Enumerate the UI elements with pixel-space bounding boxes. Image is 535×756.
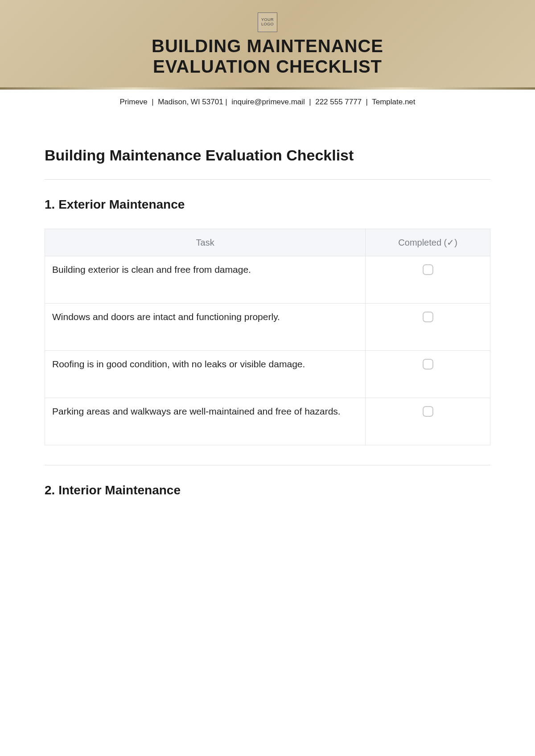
banner-title-line2: EVALUATION CHECKLIST: [153, 57, 382, 76]
section-heading-1: 1. Exterior Maintenance: [45, 197, 490, 212]
logo-placeholder: YOUR LOGO: [258, 12, 277, 32]
table-header-row: Task Completed (✓): [45, 229, 490, 256]
checkbox-icon[interactable]: [423, 359, 433, 370]
col-completed: Completed (✓): [366, 229, 490, 256]
table-row: Windows and doors are intact and functio…: [45, 304, 490, 351]
table-row: Roofing is in good condition, with no le…: [45, 351, 490, 398]
meta-address: Madison, WI 53701: [158, 98, 223, 106]
banner-title-line1: BUILDING MAINTENANCE: [152, 36, 383, 56]
completed-cell: [366, 304, 490, 351]
col-task: Task: [45, 229, 366, 256]
document-title: Building Maintenance Evaluation Checklis…: [45, 147, 490, 164]
logo-text: YOUR LOGO: [261, 18, 274, 27]
task-cell: Parking areas and walkways are well-main…: [45, 398, 366, 445]
divider: [45, 465, 490, 465]
table-row: Parking areas and walkways are well-main…: [45, 398, 490, 445]
completed-cell: [366, 256, 490, 304]
checkbox-icon[interactable]: [423, 406, 433, 417]
task-cell: Windows and doors are intact and functio…: [45, 304, 366, 351]
checklist-table-exterior: Task Completed (✓) Building exterior is …: [45, 229, 490, 445]
divider: [45, 179, 490, 180]
header-banner: YOUR LOGO BUILDING MAINTENANCE EVALUATIO…: [0, 0, 535, 87]
completed-cell: [366, 398, 490, 445]
meta-email: inquire@primeve.mail: [231, 98, 305, 106]
document-body: Building Maintenance Evaluation Checklis…: [0, 107, 535, 497]
meta-info-line: Primeve | Madison, WI 53701 | inquire@pr…: [0, 90, 535, 107]
completed-cell: [366, 351, 490, 398]
section-heading-2: 2. Interior Maintenance: [45, 483, 490, 497]
checkbox-icon[interactable]: [423, 312, 433, 322]
task-cell: Building exterior is clean and free from…: [45, 256, 366, 304]
banner-title: BUILDING MAINTENANCE EVALUATION CHECKLIS…: [0, 36, 535, 77]
checkbox-icon[interactable]: [423, 264, 433, 275]
meta-source: Template.net: [372, 98, 415, 106]
task-cell: Roofing is in good condition, with no le…: [45, 351, 366, 398]
meta-company: Primeve: [119, 98, 147, 106]
table-row: Building exterior is clean and free from…: [45, 256, 490, 304]
meta-phone: 222 555 7777: [315, 98, 362, 106]
